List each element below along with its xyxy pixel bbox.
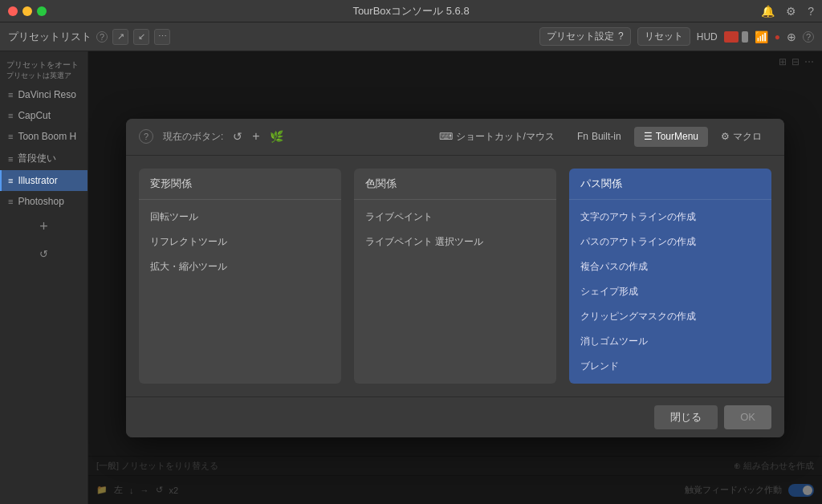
modal-tabs: ⌨ ショートカット/マウス Fn Built-in ☰ TourMenu ⚙ [429,127,771,147]
sidebar-item-illustrator[interactable]: ≡ Illustrator [0,170,87,191]
menu-icon-photoshop: ≡ [8,197,13,206]
category-items-transform: 回転ツール リフレクトツール 拡大・縮小ツール [139,200,341,284]
tourmenu-icon: ☰ [644,131,653,142]
import-button[interactable]: ↙ [133,29,149,45]
title-bar-icons: 🔔 ⚙ ? [761,5,814,18]
sidebar-item-label-photoshop: Photoshop [18,196,63,207]
modal-overlay: ? 現在のボタン: ↺ + 🌿 ⌨ ショートカット/マウス Fn Built-i… [88,51,822,504]
menu-icon-illustrator: ≡ [8,176,13,185]
category-header-path: パス関係 [569,169,771,200]
list-item[interactable]: ブレンド [569,354,771,379]
menu-icon-capcut: ≡ [8,111,13,120]
sidebar-rotate-control[interactable]: ↺ [0,242,87,266]
sidebar-item-toonboom[interactable]: ≡ Toon Boom H [0,126,87,147]
sidebar-item-label-capcut: CapCut [18,110,51,121]
category-items-color: ライブペイント ライブペイント 選択ツール [354,200,556,259]
minimize-button[interactable] [22,6,32,16]
more-button[interactable]: ⋯ [154,29,170,45]
list-item[interactable]: 文字のアウトラインの作成 [569,205,771,230]
macro-icon: ⚙ [721,131,730,142]
list-item[interactable]: 拡大・縮小ツール [139,254,341,279]
wifi-icon[interactable]: 📶 [755,30,768,43]
list-item[interactable]: パスのアウトラインの作成 [569,230,771,254]
hud-controls [724,31,748,43]
modal-body: 変形関係 回転ツール リフレクトツール 拡大・縮小ツール 色関係 ライブペイント… [126,156,784,396]
list-item[interactable]: シェイプ形成 [569,279,771,304]
list-item[interactable]: 複合パスの作成 [569,254,771,279]
ok-button[interactable]: OK [724,405,771,429]
current-btn-icon: ↺ [233,130,242,143]
reset-button[interactable]: リセット [637,27,690,46]
modal-header: ? 現在のボタン: ↺ + 🌿 ⌨ ショートカット/マウス Fn Built-i… [126,119,784,156]
category-header-transform: 変形関係 [139,169,341,200]
category-header-color: 色関係 [354,169,556,200]
window-title: TourBoxコンソール 5.6.8 [352,4,469,18]
toolbar-left: プリセットリスト ? ↗ ↙ ⋯ [8,29,170,45]
sidebar-item-label-illustrator: Illustrator [18,175,57,186]
content-area: ⊞ ⊟ ⋯ スクロ サイド Tour ダイ [88,51,822,504]
add-preset-button[interactable]: + [0,212,87,242]
list-item[interactable]: 回転ツール [139,205,341,230]
menu-icon-toonboom: ≡ [8,132,13,141]
main-layout: プリセットをオート プリセットは英選ア ≡ DaVinci Reso ≡ Cap… [0,51,822,504]
modal-preset-icon: 🌿 [270,130,283,143]
list-item[interactable]: リフレクトツール [139,230,341,254]
sidebar-item-capcut[interactable]: ≡ CapCut [0,105,87,126]
export-button[interactable]: ↗ [112,29,128,45]
current-btn-label: 現在のボタン: [163,130,223,144]
question-icon: ? [618,30,624,42]
sidebar-item-general[interactable]: ≡ 普段使い [0,147,87,170]
maximize-button[interactable] [37,6,47,16]
tab-macro[interactable]: ⚙ マクロ [711,127,771,147]
hud-box-red [724,31,739,43]
sidebar-item-label-general: 普段使い [18,152,56,165]
category-transform: 変形関係 回転ツール リフレクトツール 拡大・縮小ツール [139,169,341,384]
modal-plus-icon[interactable]: + [252,129,259,144]
sidebar-item-label-davinci: DaVinci Reso [18,89,75,100]
presets-help-icon[interactable]: ? [96,31,108,43]
sidebar: プリセットをオート プリセットは英選ア ≡ DaVinci Reso ≡ Cap… [0,51,88,504]
menu-icon[interactable]: ⊕ [787,30,796,43]
toolbar-right: プリセット設定 ? リセット HUD 📶 ● ⊕ ? [539,27,814,46]
close-button[interactable] [8,6,18,16]
category-path: パス関係 文字のアウトラインの作成 パスのアウトラインの作成 複合パスの作成 シ… [569,169,771,384]
modal-help-icon[interactable]: ? [139,129,153,144]
toolbar: プリセットリスト ? ↗ ↙ ⋯ プリセット設定 ? リセット HUD 📶 ● … [0,22,822,51]
title-bar: TourBoxコンソール 5.6.8 🔔 ⚙ ? [0,0,822,22]
category-items-path: 文字のアウトラインの作成 パスのアウトラインの作成 複合パスの作成 シェイプ形成… [569,200,771,384]
tab-shortcut-mouse[interactable]: ⌨ ショートカット/マウス [429,127,564,147]
traffic-lights [8,6,47,16]
keyboard-icon: ⌨ [439,131,453,142]
toolbar-help-icon[interactable]: ? [803,31,814,43]
menu-icon-general: ≡ [8,154,13,164]
sidebar-item-davinci[interactable]: ≡ DaVinci Reso [0,84,87,105]
tab-tourmenu[interactable]: ☰ TourMenu [634,127,708,147]
rotate-icon: ↺ [39,248,48,260]
bell-icon[interactable]: 🔔 [761,5,775,18]
sidebar-item-label-toonboom: Toon Boom H [18,131,76,142]
tab-built-in[interactable]: Fn Built-in [568,127,631,147]
hud-label: HUD [697,31,718,43]
connection-indicator: ● [775,31,780,43]
modal-footer: 閉じる OK [126,396,784,437]
list-item[interactable]: ライブペイント 選択ツール [354,230,556,254]
modal: ? 現在のボタン: ↺ + 🌿 ⌨ ショートカット/マウス Fn Built-i… [126,119,784,437]
hud-box-gray [742,31,748,43]
auto-preset-label: プリセットをオート プリセットは英選ア [0,56,87,84]
menu-icon-davinci: ≡ [8,90,13,100]
settings-icon[interactable]: ⚙ [786,5,796,18]
preset-settings-button[interactable]: プリセット設定 ? [539,27,631,46]
category-color: 色関係 ライブペイント ライブペイント 選択ツール [354,169,556,384]
presets-list-label: プリセットリスト [8,30,92,44]
list-item[interactable]: ライブペイント [354,205,556,230]
list-item[interactable]: クリッピングマスクの作成 [569,304,771,329]
fn-icon: Fn [577,131,588,142]
help-icon[interactable]: ? [808,5,814,18]
list-item[interactable]: 消しゴムツール [569,329,771,354]
sidebar-item-photoshop[interactable]: ≡ Photoshop [0,191,87,212]
close-button[interactable]: 閉じる [654,405,718,429]
